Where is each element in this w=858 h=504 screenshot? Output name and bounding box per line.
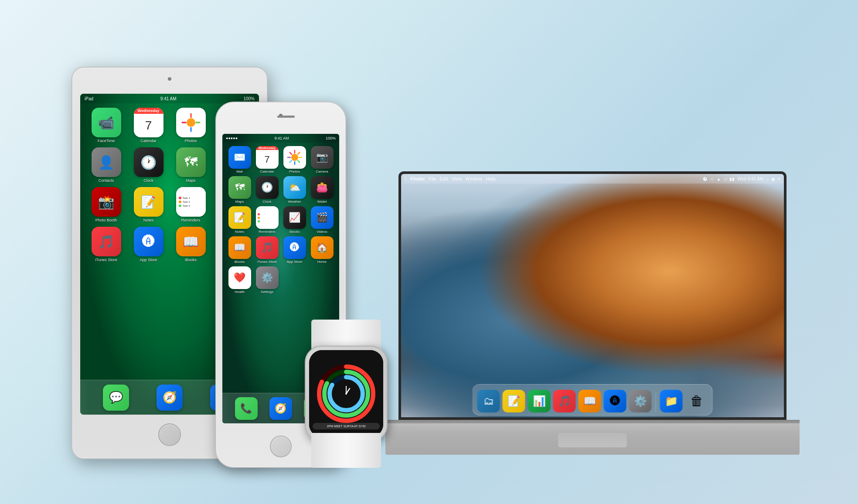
menubar-user-icon[interactable]: ◉ <box>771 177 775 181</box>
dock-icon-sysprefs[interactable]: ⚙️ <box>629 390 652 412</box>
iphone-weather-label: Weather <box>288 200 301 204</box>
iphone-clock-icon: 🕐 <box>256 176 279 199</box>
macbook-trackpad[interactable] <box>558 432 627 448</box>
menubar-finder[interactable]: Finder <box>410 176 425 181</box>
menubar-file[interactable]: File <box>429 176 436 181</box>
iphone-home-app-icon: 🏠 <box>311 236 334 259</box>
iphone-camera-label: Camera <box>316 170 328 174</box>
dock-separator <box>656 392 656 412</box>
ipad-itunes-icon: 🎵 <box>92 227 121 256</box>
menubar-help[interactable]: Help <box>486 176 496 181</box>
ipad-app-maps[interactable]: 🗺 Maps <box>171 147 211 183</box>
dock-icon-finder[interactable]: 🗂 <box>477 390 500 412</box>
ipad-app-reminders[interactable]: Task 1 Task 2 Task 3 Reminders <box>171 187 211 222</box>
menubar-search-icon[interactable]: ⌕ <box>766 177 769 181</box>
ipad-home-button[interactable] <box>158 423 181 446</box>
ipad-carrier: iPad <box>85 96 93 101</box>
iphone-app-camera[interactable]: 📷 Camera <box>309 146 335 174</box>
iphone-dock-phone[interactable]: 📞 <box>235 397 258 420</box>
ipad-dock-messages[interactable]: 💬 <box>103 385 129 411</box>
iphone-app-home[interactable]: 🏠 Home <box>309 236 335 264</box>
iphone-app-wallet[interactable]: 👛 Wallet <box>309 176 335 204</box>
ipad-maps-label: Maps <box>186 178 195 183</box>
ipad-appstore-icon: 🅐 <box>134 227 163 256</box>
iphone-ibooks-label: iBooks <box>234 260 245 264</box>
svg-line-4 <box>196 121 200 124</box>
svg-line-15 <box>298 160 300 162</box>
iphone-app-notes[interactable]: 📝 Notes <box>227 206 252 234</box>
menubar-view[interactable]: View <box>451 176 462 181</box>
menubar-edit[interactable]: Edit <box>439 176 448 181</box>
iphone-videos-icon: 🎬 <box>311 206 334 229</box>
ipad-app-notes[interactable]: 📝 Notes <box>129 187 168 222</box>
ipad-app-photos[interactable]: Photos <box>171 108 211 143</box>
iphone-app-stocks[interactable]: 📈 Stocks <box>282 206 307 234</box>
iphone-home-app-label: Home <box>317 260 327 264</box>
macbook-wallpaper <box>401 174 784 417</box>
iphone-app-mail[interactable]: ✉️ Mail <box>227 146 252 174</box>
iphone-app-health[interactable]: ❤️ Health <box>227 266 252 294</box>
watch-notification: 2PM MEET SURYA AT GYM <box>313 423 380 429</box>
iphone-app-videos[interactable]: 🎬 Videos <box>309 206 335 234</box>
apple-menu[interactable]:  <box>405 175 407 182</box>
dock-icon-trash[interactable]: 🗑 <box>685 390 708 412</box>
iphone-photos-label: Photos <box>289 170 300 174</box>
ipad-calendar-label: Calendar <box>140 139 157 143</box>
iphone-app-itunes[interactable]: 🎵 iTunes Store <box>254 236 280 264</box>
iphone-app-weather[interactable]: ⛅ Weather <box>282 176 307 204</box>
iphone-home-button[interactable] <box>270 436 292 457</box>
iphone-app-photos[interactable]: Photos <box>282 146 307 174</box>
watch-strap-bottom <box>311 433 381 468</box>
dock-icon-appstore[interactable]: 🅐 <box>604 390 626 412</box>
ipad-photobooth-icon: 📸 <box>92 187 121 217</box>
ipad-dock-safari[interactable]: 🧭 <box>157 385 183 411</box>
dock-icon-folder[interactable]: 📁 <box>660 390 683 412</box>
iphone-maps-icon: 🗺 <box>228 176 251 199</box>
iphone-app-ibooks[interactable]: 📖 iBooks <box>227 236 252 264</box>
ipad-app-facetime[interactable]: 📹 FaceTime <box>86 108 126 143</box>
iphone-ibooks-icon: 📖 <box>228 236 251 259</box>
ipad-clock-label: Clock <box>143 178 153 183</box>
iphone-app-settings[interactable]: ⚙️ Settings <box>254 266 280 294</box>
ipad-app-appstore[interactable]: 🅐 App Store <box>129 227 168 262</box>
ipad-maps-icon: 🗺 <box>176 147 206 177</box>
ipad-facetime-label: FaceTime <box>98 139 115 143</box>
ipad-app-contacts[interactable]: 👤 Contacts <box>86 147 126 183</box>
ipad-app-calendar[interactable]: Wednesday 7 Calendar <box>129 108 168 143</box>
svg-line-17 <box>289 153 291 154</box>
ipad-facetime-icon: 📹 <box>92 108 121 137</box>
ipad-reminders-label: Reminders <box>181 218 201 222</box>
menubar-menu-icon[interactable]: ≡ <box>778 177 780 181</box>
iphone-app-reminders[interactable]: Reminders <box>254 206 280 234</box>
iphone-clock-label: Clock <box>262 200 271 204</box>
iphone-app-appstore[interactable]: 🅐 App Store <box>282 236 307 264</box>
dock-icon-itunes[interactable]: 🎵 <box>553 390 576 412</box>
macbook-screen-outer:  Finder File Edit View Window Help 🕐 ⊹ … <box>398 171 786 420</box>
iphone-reminders-icon <box>256 206 279 229</box>
menubar-right: 🕐 ⊹ ▲ ◁ ▮▮ Wed 9:41 AM ⌕ ◉ ≡ <box>702 177 780 181</box>
dock-icon-numbers[interactable]: 📊 <box>528 390 551 412</box>
ipad-notes-icon: 📝 <box>134 187 163 217</box>
ipad-calendar-icon: Wednesday 7 <box>134 108 163 137</box>
iphone-dock-safari[interactable]: 🧭 <box>269 397 292 420</box>
menubar-bluetooth-icon: ⊹ <box>710 177 714 181</box>
ipad-app-photobooth[interactable]: 📸 Photo Booth <box>86 187 126 222</box>
iphone-itunes-icon: 🎵 <box>256 236 279 259</box>
ipad-app-clock[interactable]: 🕐 Clock <box>129 147 168 183</box>
iphone-app-calendar[interactable]: Wednesday 7 Calendar <box>254 146 280 174</box>
watch-clock-hands <box>335 383 357 405</box>
iphone-calendar-label: Calendar <box>260 170 274 174</box>
macbook-dock: 🗂 📝 📊 🎵 📖 🅐 ⚙️ 📁 🗑 <box>473 384 713 415</box>
watch-crown[interactable] <box>386 387 388 400</box>
watch-body: 2PM MEET SURYA AT GYM <box>305 346 388 442</box>
iphone-phone-icon: 📞 <box>235 397 258 420</box>
ipad-app-ibooks[interactable]: 📖 iBooks <box>171 227 211 262</box>
menubar-window[interactable]: Window <box>465 176 482 181</box>
iphone-app-clock[interactable]: 🕐 Clock <box>254 176 280 204</box>
iphone-photos-icon <box>283 146 306 169</box>
ipad-appstore-label: App Store <box>140 258 157 262</box>
dock-icon-ibooks[interactable]: 📖 <box>579 390 601 412</box>
iphone-app-maps[interactable]: 🗺 Maps <box>227 176 252 204</box>
ipad-app-itunes[interactable]: 🎵 iTunes Store <box>86 227 126 262</box>
dock-icon-notes[interactable]: 📝 <box>503 390 525 412</box>
